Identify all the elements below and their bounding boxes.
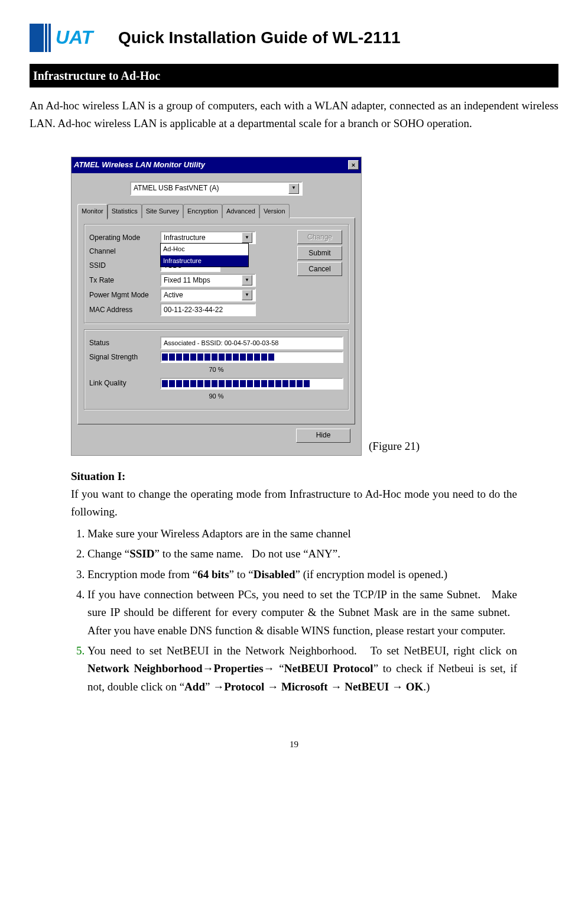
svg-rect-1 [45, 24, 47, 52]
status-group: Status Associated - BSSID: 00-04-57-00-0… [84, 329, 349, 409]
intro-paragraph: An Ad-hoc wireless LAN is a group of com… [30, 97, 558, 133]
tab-version[interactable]: Version [259, 204, 290, 219]
label-pmm: Power Mgmt Mode [89, 290, 160, 301]
pmm-select[interactable]: Active ▼ [160, 288, 256, 301]
signal-bar [160, 351, 343, 363]
action-button-column: Change Submit Cancel [297, 228, 342, 278]
label-status: Status [89, 338, 160, 349]
label-ssid: SSID [89, 260, 160, 271]
op-mode-opt-adhoc[interactable]: Ad-Hoc [161, 244, 248, 255]
svg-rect-2 [48, 24, 51, 52]
tab-advanced[interactable]: Advanced [222, 204, 259, 219]
close-icon[interactable]: × [348, 160, 359, 170]
step-1: Make sure your Wireless Adaptors are in … [87, 525, 517, 543]
tab-site-survey[interactable]: Site Survey [142, 204, 183, 219]
op-mode-value: Infrastructure [164, 232, 206, 244]
uat-logo: UAT [30, 24, 95, 52]
tx-rate-value: Fixed 11 Mbps [164, 275, 210, 286]
chevron-down-icon[interactable]: ▼ [242, 232, 252, 243]
link-percent: 90 % [89, 391, 343, 402]
cancel-button[interactable]: Cancel [297, 262, 342, 276]
page-number: 19 [30, 737, 558, 751]
svg-rect-0 [30, 24, 44, 52]
tab-encryption[interactable]: Encryption [183, 204, 222, 219]
dialog-titlebar[interactable]: ATMEL Wireless LAN Monitor Utility × [72, 157, 361, 173]
link-bar [160, 378, 343, 390]
step-4: If you have connection between PCs, you … [87, 586, 517, 640]
label-link: Link Quality [89, 378, 160, 389]
adapter-select[interactable]: ATMEL USB FastVNET (A) ▼ [130, 181, 303, 196]
situation-block: Situation I: If you want to change the o… [71, 468, 517, 696]
svg-text:UAT: UAT [56, 27, 95, 48]
tab-panel: Operating Mode Infrastructure ▼ Ad-Hoc I… [77, 218, 355, 424]
label-op-mode: Operating Mode [89, 232, 160, 244]
label-tx-rate: Tx Rate [89, 275, 160, 286]
tab-monitor[interactable]: Monitor [77, 204, 108, 220]
chevron-down-icon[interactable]: ▼ [242, 275, 252, 286]
dialog-title: ATMEL Wireless LAN Monitor Utility [74, 159, 205, 171]
submit-button[interactable]: Submit [297, 246, 342, 260]
tab-statistics[interactable]: Statistics [108, 204, 142, 219]
step-2: Change “SSID” to the same name. Do not u… [87, 545, 517, 563]
label-mac: MAC Address [89, 304, 160, 316]
hide-button[interactable]: Hide [296, 429, 350, 443]
page-title: Quick Installation Guide of WL-2111 [118, 25, 401, 51]
mac-value: 00-11-22-33-44-22 [164, 304, 223, 316]
settings-group: Operating Mode Infrastructure ▼ Ad-Hoc I… [84, 224, 349, 323]
chevron-down-icon[interactable]: ▼ [242, 290, 252, 300]
label-channel: Channel [89, 246, 160, 257]
situation-lead: If you want to change the operating mode… [71, 485, 517, 521]
adapter-value: ATMEL USB FastVNET (A) [134, 183, 219, 194]
step-3: Encryption mode from “64 bits” to “Disab… [87, 566, 517, 583]
section-heading-bar: Infrastructure to Ad-Hoc [30, 64, 558, 87]
situation-heading: Situation I: [71, 468, 517, 485]
change-button[interactable]: Change [297, 230, 342, 244]
status-field: Associated - BSSID: 00-04-57-00-03-58 [160, 336, 343, 349]
op-mode-select[interactable]: Infrastructure ▼ [160, 231, 256, 244]
signal-percent: 70 % [89, 365, 343, 375]
label-signal: Signal Strength [89, 352, 160, 363]
tab-strip: Monitor Statistics Site Survey Encryptio… [77, 204, 355, 219]
atmel-dialog: ATMEL Wireless LAN Monitor Utility × ATM… [71, 157, 362, 456]
op-mode-opt-infra[interactable]: Infrastructure [161, 255, 248, 267]
tx-rate-select[interactable]: Fixed 11 Mbps ▼ [160, 274, 256, 287]
status-value: Associated - BSSID: 00-04-57-00-03-58 [164, 338, 278, 349]
chevron-down-icon[interactable]: ▼ [288, 183, 299, 194]
step-5: You need to set NetBEUI in the Network N… [87, 642, 517, 696]
figure-label: (Figure 21) [369, 437, 420, 455]
figure-row: ATMEL Wireless LAN Monitor Utility × ATM… [71, 157, 558, 456]
op-mode-dropdown[interactable]: Ad-Hoc Infrastructure [160, 243, 249, 267]
mac-field: 00-11-22-33-44-22 [160, 303, 256, 316]
steps-list: Make sure your Wireless Adaptors are in … [71, 525, 517, 696]
page-header: UAT Quick Installation Guide of WL-2111 [30, 24, 558, 52]
pmm-value: Active [164, 290, 183, 301]
